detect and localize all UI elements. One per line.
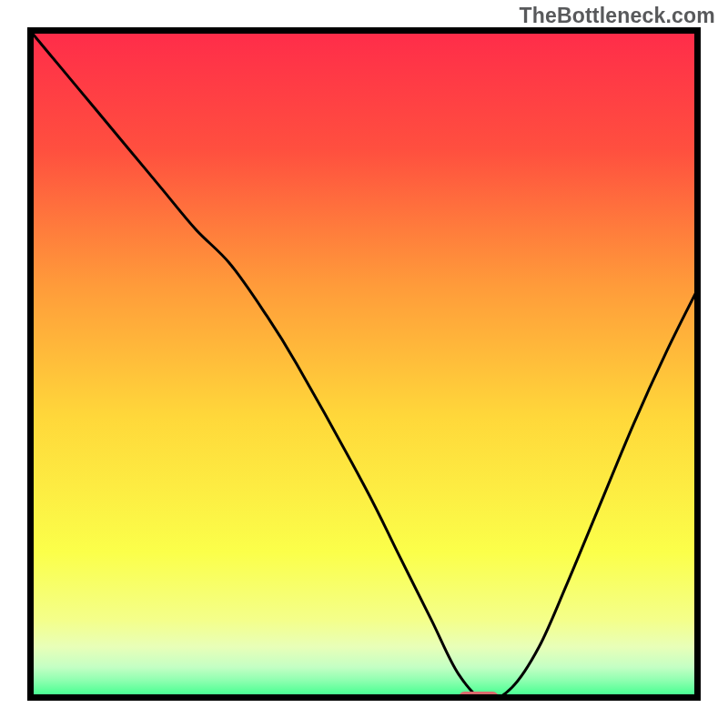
chart-frame: TheBottleneck.com	[0, 0, 728, 728]
plot-area	[27, 27, 701, 701]
bottleneck-curve	[27, 27, 701, 701]
attribution-text: TheBottleneck.com	[519, 4, 715, 28]
optimal-marker	[459, 692, 499, 701]
